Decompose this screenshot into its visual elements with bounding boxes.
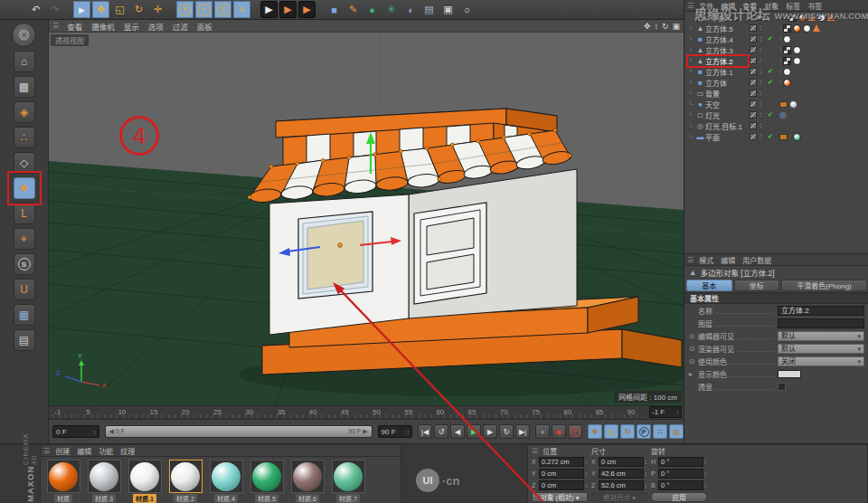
object-name[interactable]: 立方体.5 [705,24,733,33]
selection-tag-icon[interactable] [827,14,835,21]
render-settings-button[interactable]: ▶ [298,1,316,18]
add-environment-button[interactable]: ▤ [420,1,438,18]
coordinate-mode-dropdown[interactable]: 对象 (相对) ▾ [532,492,588,502]
record-button[interactable]: ● [535,424,550,439]
toggle-view-icon[interactable]: ▣ [672,22,680,31]
visibility-dots-icon[interactable]: ∶ [765,14,770,22]
material-item[interactable]: 材质.4 [207,460,245,503]
om-row-selected-main[interactable]: └▲立方体.2 [688,56,748,66]
material-item[interactable]: 材质.3 [85,460,123,503]
material-label[interactable]: 材质.7 [336,494,360,503]
material-tag-icon[interactable] [793,46,801,54]
enabled-check-icon[interactable]: ✔ [768,133,775,140]
compositing-tag-icon[interactable] [779,101,788,108]
object-name[interactable]: 平面.1 [711,13,731,23]
om-row[interactable]: └▬平面∶✔∶ [684,131,868,142]
planar-workplane-button[interactable]: ▤ [14,329,35,351]
layer-icon[interactable] [750,111,757,119]
coord-value-input[interactable]: 0 cm [539,480,584,490]
visibility-dots-icon[interactable]: ∶ [760,46,765,54]
om-row-main[interactable]: └◣平面.1 [693,13,753,23]
point-tag-icon[interactable]: ∶ [779,57,781,64]
viewport[interactable]: Y X Z ☰ 查看摄像机显示选项过滤面板 ✥↕↻▣ 透视视图 网格间距 : 1… [49,20,684,405]
om-row[interactable]: └□灯光∶✔◎ [684,109,868,120]
frame-field[interactable]: -1 F↕ [649,406,682,418]
viewport-menu-item-5[interactable]: 面板 [193,21,217,32]
key-scale-toggle[interactable]: ◱ [604,424,618,439]
object-name[interactable]: 平面 [705,132,720,142]
edges-mode-button[interactable]: ◇ [14,152,35,174]
object-name[interactable]: 立方体.1 [705,67,733,77]
om-row-main[interactable]: └■立方体 [688,78,748,88]
material-label[interactable]: 材质.6 [296,494,319,503]
material-item[interactable]: 材质.1 [126,460,164,503]
cycle-icon[interactable]: ⊙ [689,345,698,353]
object-name[interactable]: 天空 [705,100,720,109]
coordinate-system-button[interactable]: ↳ [233,1,250,18]
coord-value-input[interactable]: 0.272 cm [539,457,584,467]
stepper-icon[interactable]: ↕ [704,459,708,465]
add-deformer-button[interactable]: ✳ [382,1,400,18]
make-editable-button[interactable]: ⌂ [14,51,35,72]
visibility-dots-icon[interactable]: ∶ [760,79,765,87]
om-row[interactable]: └●天空∶ [684,99,868,109]
menu-grip-icon[interactable]: ☰ [532,447,538,455]
lock-workplane-button[interactable]: ▦ [14,304,35,326]
viewport-menu-item-4[interactable]: 过滤 [168,21,193,32]
layer-icon[interactable] [750,133,757,140]
add-generator-button[interactable]: ● [363,1,381,18]
om-row-main[interactable]: └▭背景 [688,89,748,99]
attr-tab-1[interactable]: 坐标 [734,280,780,291]
om-menu-item-4[interactable]: 标签 [782,1,804,11]
cycle-icon[interactable]: ⊙ [689,357,698,365]
visibility-dots-icon[interactable]: ∶ [760,111,765,119]
enabled-check-icon[interactable]: ✔ [768,111,775,119]
polygons-mode-button[interactable]: ❖ [14,177,35,199]
om-menu-item-0[interactable]: 文件 [695,1,717,11]
add-light-button[interactable]: ○ [458,1,476,18]
object-name[interactable]: 灯光 [705,110,720,120]
layer-icon[interactable] [750,79,757,86]
pan-view-icon[interactable]: ✥ [644,22,651,31]
om-row[interactable]: └■立方体.4∶✔∶ [684,33,868,44]
material-tag-icon[interactable] [783,79,791,87]
visibility-dots-icon[interactable]: ∶ [760,35,765,43]
material-menu-item-3[interactable]: 纹理 [117,446,138,456]
compositing-tag-icon[interactable] [779,134,788,140]
layer-input[interactable] [778,318,864,328]
om-row-main[interactable]: └□灯光 [688,110,748,120]
target-tag-icon[interactable]: ◎ [779,111,787,119]
quantize-button[interactable]: S [14,253,35,275]
visibility-dots-icon[interactable]: ∶ [760,90,765,98]
move-tool[interactable]: ✥ [92,1,109,18]
viewport-menu-item-3[interactable]: 选项 [144,21,168,32]
layer-icon[interactable] [750,35,757,43]
stepper-icon[interactable]: ↕ [645,459,648,465]
om-row-main[interactable]: └▬平面 [688,132,748,142]
material-tag-icon[interactable] [798,14,807,22]
goto-end-button[interactable]: ▶| [515,424,530,439]
om-menu-item-5[interactable]: 书签 [804,1,826,11]
add-primitive-button[interactable]: ■ [326,1,343,18]
coord-value-input[interactable]: 0 ° [658,457,703,467]
attr-tab-0[interactable]: 基本 [686,280,732,291]
visibility-dots-icon[interactable]: ∶ [760,100,765,109]
viewport-menu-item-1[interactable]: 摄像机 [87,21,119,32]
om-menu-item-1[interactable]: 编辑 [717,1,739,11]
object-name[interactable]: 背景 [705,89,720,99]
om-row[interactable]: └▲立方体.5∶∶ [684,23,868,33]
range-start-spinner[interactable]: 0 F↕ [52,425,99,438]
stepper-icon[interactable]: ↕ [90,429,99,435]
material-label[interactable]: 材质.3 [92,494,116,503]
view-label[interactable]: 透视视图 [51,34,89,46]
rotate-tool[interactable]: ↻ [130,1,147,18]
layer-icon[interactable] [750,57,757,64]
om-menu-item-3[interactable]: 对象 [760,1,782,11]
point-tag-icon[interactable]: ∶ [779,24,781,32]
material-thumbnail[interactable] [88,460,121,493]
display-color-swatch[interactable] [778,370,801,378]
cycle-icon[interactable]: ⊙ [689,332,698,340]
object-name[interactable]: 立方体.4 [705,34,733,44]
material-label[interactable]: 材质 [54,494,72,503]
om-row[interactable]: └▲立方体.3∶∶ [684,44,868,55]
